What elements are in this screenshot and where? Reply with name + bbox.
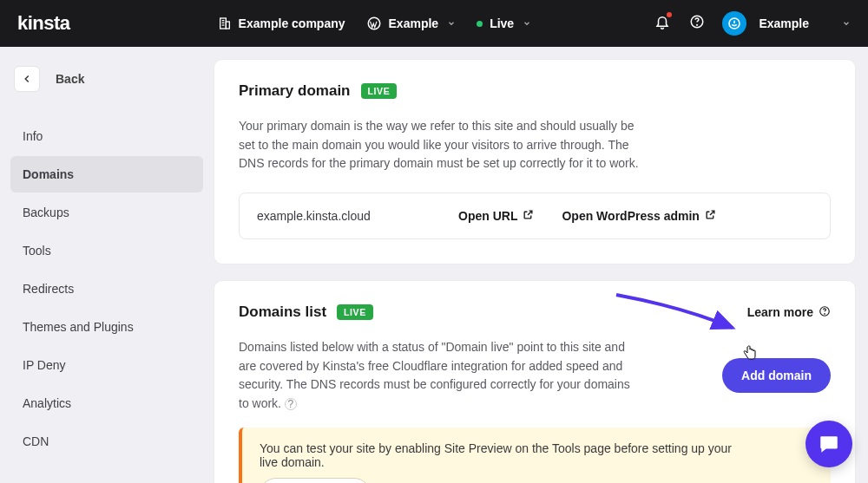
environment-label: Live [490, 16, 514, 30]
chat-icon [818, 433, 840, 455]
help-button[interactable] [689, 14, 705, 33]
avatar[interactable] [722, 11, 746, 36]
sidebar-item-cdn[interactable]: CDN [10, 423, 203, 460]
bell-icon [654, 17, 670, 32]
site-preview-notice: You can test your site by enabling Site … [239, 428, 831, 483]
site-selector[interactable]: Example [366, 16, 457, 31]
sidebar-item-ip-deny[interactable]: IP Deny [10, 347, 203, 383]
back-button[interactable]: Back [10, 57, 203, 101]
domains-list-card: Domains list LIVE Learn more Domains lis… [214, 280, 856, 483]
add-domain-button[interactable]: Add domain [722, 358, 831, 393]
logo: kinsta [17, 12, 70, 35]
building-icon [218, 16, 232, 30]
company-selector[interactable]: Example company [218, 16, 345, 30]
svg-point-11 [825, 313, 825, 314]
primary-domain-value: example.kinsta.cloud [257, 209, 431, 223]
primary-domain-row: example.kinsta.cloud Open URL Open WordP… [239, 193, 831, 239]
company-name: Example company [239, 16, 345, 30]
primary-domain-title: Primary domain [239, 82, 351, 100]
domains-list-description: Domains listed below with a status of "D… [239, 338, 638, 414]
live-badge: LIVE [361, 83, 398, 99]
learn-more-link[interactable]: Learn more [747, 305, 831, 320]
external-link-icon [705, 209, 716, 223]
sidebar-item-themes-plugins[interactable]: Themes and Plugins [10, 309, 203, 345]
sidebar: Back Info Domains Backups Tools Redirect… [0, 47, 214, 483]
primary-domain-card: Primary domain LIVE Your primary domain … [214, 59, 856, 264]
chevron-down-icon [447, 16, 456, 30]
main-content: Primary domain LIVE Your primary domain … [214, 47, 868, 483]
open-url-label: Open URL [458, 209, 517, 223]
help-circle-icon [819, 305, 831, 320]
open-wp-admin-link[interactable]: Open WordPress admin [562, 209, 715, 223]
sidebar-item-domains[interactable]: Domains [10, 156, 203, 193]
svg-point-7 [697, 24, 698, 25]
sidebar-item-analytics[interactable]: Analytics [10, 385, 203, 421]
site-name: Example [389, 16, 439, 30]
status-dot-icon [477, 21, 483, 27]
visit-tools-button[interactable]: Visit Tools [260, 478, 371, 483]
external-link-icon [523, 209, 534, 223]
domains-list-title: Domains list [239, 304, 326, 321]
sidebar-item-redirects[interactable]: Redirects [10, 271, 203, 307]
environment-selector[interactable]: Live [477, 16, 531, 30]
svg-rect-1 [226, 22, 229, 29]
learn-more-label: Learn more [747, 305, 813, 319]
chevron-down-icon [523, 16, 531, 30]
open-url-link[interactable]: Open URL [458, 209, 534, 223]
svg-point-5 [368, 17, 380, 29]
user-menu[interactable]: Example [759, 16, 851, 30]
intercom-chat-button[interactable] [806, 421, 852, 467]
open-wp-admin-label: Open WordPress admin [562, 209, 699, 223]
top-header: kinsta Example company Example Live [0, 0, 868, 47]
notification-badge-icon [667, 12, 672, 17]
wordpress-icon [366, 16, 382, 31]
sidebar-item-backups[interactable]: Backups [10, 194, 203, 231]
info-icon[interactable]: ? [285, 398, 297, 410]
live-badge: LIVE [337, 304, 373, 320]
arrow-left-icon [14, 66, 40, 92]
sidebar-item-tools[interactable]: Tools [10, 232, 203, 269]
back-label: Back [56, 72, 84, 86]
primary-domain-description: Your primary domain is the way we refer … [239, 117, 647, 173]
sidebar-item-info[interactable]: Info [10, 118, 203, 154]
chevron-down-icon [842, 16, 851, 30]
notifications-button[interactable] [654, 14, 670, 33]
notice-text: You can test your site by enabling Site … [260, 441, 746, 469]
user-name: Example [759, 16, 809, 30]
